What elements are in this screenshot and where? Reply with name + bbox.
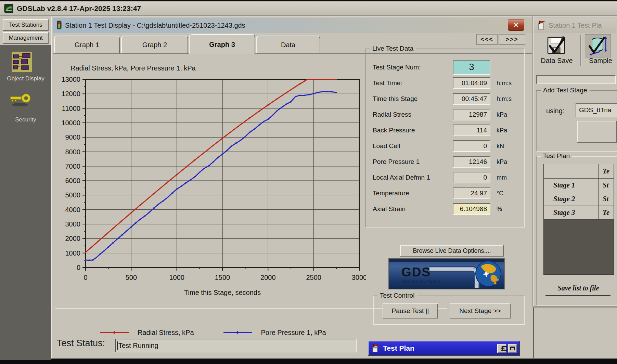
live-data-unit: h:m:s — [497, 95, 512, 103]
data-save-icon[interactable] — [546, 35, 567, 56]
svg-text:1000: 1000 — [169, 274, 184, 281]
tab-graph-3[interactable]: Graph 3 — [189, 34, 255, 54]
test-display-window: Station 1 Test Display - C:\gdslab\untit… — [51, 16, 534, 359]
plan-cell: Stage 3 — [553, 208, 575, 217]
nav-next-button[interactable]: >>> — [499, 34, 525, 45]
save-list-underline — [545, 295, 610, 296]
restore-icon — [501, 348, 504, 351]
test-display-window-title: Station 1 Test Display - C:\gdslab\untit… — [65, 22, 245, 29]
svg-text:3000: 3000 — [65, 220, 81, 228]
svg-text:1500: 1500 — [215, 274, 230, 281]
live-data-label: Pore Pressure 1 — [373, 158, 420, 166]
sidebar-item-security[interactable]: Security — [0, 116, 51, 123]
tab-data[interactable]: Data — [256, 36, 320, 53]
legend-label: Radial Stress, kPa — [138, 329, 194, 337]
sidebar-button-management[interactable]: Management — [3, 32, 49, 44]
live-data-row: Radial Stress12987kPa — [366, 107, 524, 122]
test-plan-group-title: Test Plan — [541, 152, 572, 160]
live-data-row: Local Axial Defmn 10mm — [366, 170, 524, 185]
live-data-unit: h:m:s — [497, 80, 512, 87]
svg-text:11000: 11000 — [62, 105, 80, 112]
live-data-row: Load Cell0kN — [366, 138, 524, 154]
live-data-unit: kPa — [497, 111, 507, 118]
test-plan-row[interactable]: Stage 2St — [544, 192, 614, 206]
close-button[interactable]: ✕ — [508, 19, 524, 31]
plan-cell: Te — [603, 167, 609, 176]
live-data-value-box: 6.104988 — [453, 203, 490, 215]
stage-progress-field — [536, 75, 616, 84]
svg-text:3000: 3000 — [352, 274, 366, 281]
legend-line-sample — [223, 332, 252, 333]
browse-live-data-options-button[interactable]: Browse Live Data Options.... — [400, 245, 504, 257]
svg-text:2000: 2000 — [260, 274, 276, 281]
maximize-button[interactable] — [508, 344, 517, 353]
tab-graph-2[interactable]: Graph 2 — [121, 36, 188, 53]
gds-logo-banner: GDS GDS INSTRUMENTS — [388, 258, 505, 289]
live-data-label: Time this Stage — [373, 95, 417, 103]
legend-item: Pore Pressure 1, kPa — [223, 329, 326, 337]
tab-graph-1[interactable]: Graph 1 — [54, 36, 120, 53]
using-dropdown[interactable]: GDS_ttTria — [576, 103, 617, 117]
live-data-value-box: 12146 — [453, 156, 490, 168]
security-key-icon[interactable] — [10, 92, 31, 107]
svg-text:4000: 4000 — [65, 206, 81, 213]
text-caret — [117, 341, 118, 350]
nav-prev-button[interactable]: <<< — [476, 34, 498, 45]
data-save-label[interactable]: Data Save — [535, 57, 579, 65]
station-panel-titlebar[interactable]: Station 1 Test Pla — [534, 18, 616, 33]
traffic-light-icon — [56, 21, 62, 30]
desktop-background: GDSLab v2.8.4 17-Apr-2025 13:23:47 Test … — [0, 1, 617, 359]
test-plan-bar-title: Test Plan — [383, 344, 414, 352]
live-data-label: Temperature — [373, 190, 409, 197]
chart-legend: Radial Stress, kPaPore Pressure 1, kPa — [100, 326, 408, 339]
add-stage-blank-button[interactable] — [577, 121, 617, 143]
sample-label[interactable]: Sample — [583, 57, 617, 65]
svg-text:7000: 7000 — [65, 162, 81, 170]
svg-text:6000: 6000 — [65, 177, 81, 184]
test-status-field[interactable]: Test Running — [115, 339, 357, 352]
sample-icon[interactable] — [587, 35, 608, 56]
test-plan-header-row[interactable]: Te — [544, 164, 614, 179]
gdslab-app-icon — [4, 4, 13, 13]
plan-cell: St — [603, 195, 609, 203]
live-data-unit: mm — [497, 174, 507, 181]
live-data-unit: kPa — [497, 158, 507, 166]
using-dropdown-value: GDS_ttTria — [579, 106, 611, 114]
sidebar-button-test-stations[interactable]: Test Stations — [3, 19, 49, 31]
svg-text:0: 0 — [77, 264, 80, 271]
live-data-unit: % — [497, 206, 502, 213]
live-data-label: Local Axial Defmn 1 — [373, 174, 430, 181]
flag-icon — [371, 343, 380, 353]
live-data-value-box: 0 — [453, 140, 490, 152]
test-plan-minimized-window[interactable]: Test Plan — [368, 341, 520, 356]
svg-text:Time this Stage, seconds: Time this Stage, seconds — [184, 289, 261, 296]
add-test-stage-title: Add Test Stage — [541, 87, 590, 94]
live-data-label: Load Cell — [373, 142, 400, 150]
live-data-label: Back Pressure — [373, 127, 415, 134]
test-plan-row[interactable]: Stage 1St — [544, 179, 614, 192]
pause-test-button[interactable]: Pause Test || — [383, 303, 438, 318]
live-data-value-box: 0 — [453, 172, 490, 183]
restore-button[interactable] — [497, 344, 506, 353]
legend-item: Radial Stress, kPa — [100, 329, 194, 337]
plan-cell: St — [603, 181, 609, 190]
test-plan-row[interactable]: Stage 3Te — [544, 206, 614, 220]
test-status-value: Test Running — [118, 342, 158, 350]
live-data-value-box: 12987 — [453, 109, 490, 120]
live-data-label: Axial Strain — [373, 205, 406, 213]
test-display-titlebar[interactable]: Station 1 Test Display - C:\gdslab\untit… — [53, 18, 532, 33]
svg-text:1000: 1000 — [65, 249, 81, 257]
live-data-value-box: 24.97 — [453, 187, 490, 199]
plan-cell: Stage 1 — [553, 181, 575, 190]
next-stage-button[interactable]: Next Stage >> — [450, 303, 511, 318]
live-data-value-box: 3 — [453, 60, 490, 75]
app-titlebar: GDSLab v2.8.4 17-Apr-2025 13:23:47 — [0, 1, 617, 16]
live-data-unit: kN — [497, 143, 504, 150]
live-data-unit: °C — [497, 190, 503, 197]
object-display-icon[interactable] — [11, 51, 33, 73]
gds-logo-subtext: GDS INSTRUMENTS — [402, 280, 440, 283]
test-plan-table: TeStage 1StStage 2StStage 3Te — [543, 164, 614, 275]
save-list-to-file-button[interactable]: Save list to file — [548, 284, 609, 292]
live-data-row: Pore Pressure 112146kPa — [366, 154, 524, 170]
sidebar-item-object-display[interactable]: Object Display — [0, 75, 51, 82]
